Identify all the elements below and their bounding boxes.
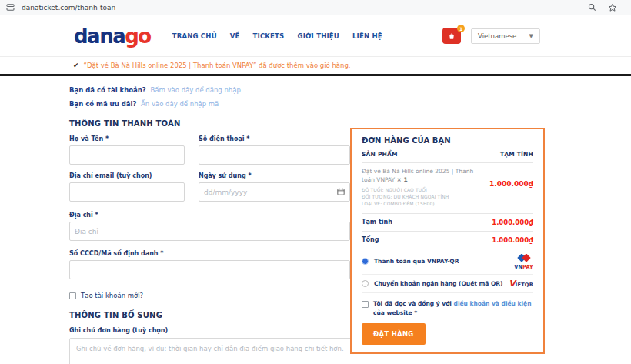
payment-option-bank[interactable]: Chuyển khoản ngân hàng (Quét mã QR) V IE… xyxy=(362,275,533,293)
check-icon: ✔ xyxy=(73,62,79,69)
url-text[interactable]: danaticket.com/thanh-toan xyxy=(22,4,115,12)
product-attr-age: ĐỘ TUỔI: NGƯỜI CAO TUỔI xyxy=(362,186,477,193)
language-select[interactable]: Vietnamese ▼ xyxy=(471,28,540,44)
vietqr-word-v: V xyxy=(509,279,516,288)
coupon-prompt: Bạn có mã ưu đãi? Ấn vào đây để nhập mã xyxy=(69,100,631,108)
phone-field-group: Số điện thoại * xyxy=(199,128,350,165)
terms-suffix: của website * xyxy=(373,309,417,316)
subtotal-label: Tạm tính xyxy=(362,219,392,225)
phone-label: Số điện thoại * xyxy=(199,135,350,142)
id-input[interactable] xyxy=(69,260,350,279)
login-prompt: Bạn đã có tài khoản? Bấm vào đây để đăng… xyxy=(69,86,631,94)
address-input[interactable] xyxy=(69,222,350,241)
create-account-label: Tạo tài khoản mới? xyxy=(81,292,143,299)
site-header: danago TRANG CHỦ VỀ TICKETS GIỚI THIỆU L… xyxy=(0,15,631,57)
login-prompt-text: Bạn đã có tài khoản? xyxy=(69,86,146,94)
bank-option-label: Chuyển khoản ngân hàng (Quét mã QR) xyxy=(374,280,503,287)
order-table-header: SẢN PHẨM TẠM TÍNH xyxy=(362,151,533,163)
terms-text: Tôi đã đọc và đồng ý với điều khoản và đ… xyxy=(373,299,533,317)
place-order-button[interactable]: ĐẶT HÀNG xyxy=(362,323,426,345)
tab-search-icon[interactable] xyxy=(6,3,15,12)
nav-item-trang-chu[interactable]: TRANG CHỦ xyxy=(172,32,217,40)
address-label: Địa chỉ * xyxy=(69,212,350,219)
zoom-icon[interactable] xyxy=(588,3,596,12)
order-panel-title: ĐƠN HÀNG CỦA BẠN xyxy=(362,136,533,145)
vietqr-logo: V IETQR xyxy=(509,279,533,288)
email-label: Địa chỉ email (tuỳ chọn) xyxy=(69,172,185,179)
calendar-icon[interactable] xyxy=(337,188,345,195)
order-summary-panel: ĐƠN HÀNG CỦA BẠN SẢN PHẨM TẠM TÍNH Đặt v… xyxy=(350,128,545,354)
terms-checkbox[interactable] xyxy=(362,301,369,308)
nav-item-gioi-thieu[interactable]: GIỚI THIỆU xyxy=(297,32,339,40)
nav-item-lien-he[interactable]: LIÊN HỆ xyxy=(352,32,382,40)
coupon-link[interactable]: Ấn vào đây để nhập mã xyxy=(141,100,219,108)
vnpay-word-pay: PAY xyxy=(522,264,533,270)
logo-part-1: dana xyxy=(74,25,125,48)
cart-count-badge: 1 xyxy=(457,25,465,32)
vnpay-mark-icon xyxy=(515,254,533,264)
cart-button[interactable]: 1 xyxy=(442,28,461,44)
create-account-checkbox[interactable] xyxy=(69,292,76,299)
product-column-header: SẢN PHẨM xyxy=(362,151,398,158)
name-label: Họ và Tên * xyxy=(69,135,185,142)
subtotal-row: Tạm tính 1.000.000₫ xyxy=(362,214,533,232)
product-quantity: × 1 xyxy=(397,176,408,183)
vnpay-logo: VNPAY xyxy=(514,254,533,270)
bank-transfer-radio[interactable] xyxy=(362,280,369,287)
product-attr-target: ĐỐI TƯỢNG: DU KHÁCH NGOẠI TỈNH xyxy=(362,193,477,200)
total-label: Tổng xyxy=(362,236,379,243)
vnpay-radio[interactable] xyxy=(362,258,369,265)
payment-option-vnpay[interactable]: Thanh toán qua VNPAY-QR VNPAY xyxy=(362,249,533,276)
vnpay-word-vn: VN xyxy=(514,264,522,270)
subtotal-column-header: TẠM TÍNH xyxy=(500,151,533,158)
chevron-down-icon: ▼ xyxy=(529,33,533,39)
checkout-main: Bạn đã có tài khoản? Bấm vào đây để đăng… xyxy=(0,76,631,364)
order-product-row: Đặt vé Bà Nà Hills online 2025 | Thanh t… xyxy=(362,163,533,214)
product-price: 1.000.000₫ xyxy=(489,168,533,208)
bookmark-star-icon[interactable] xyxy=(608,3,617,12)
total-row: Tổng 1.000.000₫ xyxy=(362,232,533,249)
total-value: 1.000.000₫ xyxy=(492,236,533,244)
phone-input[interactable] xyxy=(199,145,350,165)
notice-message: “Đặt vé Bà Nà Hills online 2025 | Thanh … xyxy=(84,62,351,69)
nav-item-tickets[interactable]: TICKETS xyxy=(253,32,285,40)
language-selected-value: Vietnamese xyxy=(478,32,516,40)
address-field-group: Địa chỉ * xyxy=(69,212,350,241)
id-label: Số CCCD/Mã số định danh * xyxy=(69,250,350,257)
id-field-group: Số CCCD/Mã số định danh * xyxy=(69,250,350,279)
terms-link[interactable]: điều khoản và điều kiện xyxy=(454,300,532,307)
billing-section-title: THÔNG TIN THANH TOÁN xyxy=(69,119,631,128)
main-nav: TRANG CHỦ VỀ TICKETS GIỚI THIỆU LIÊN HỆ xyxy=(172,32,382,40)
terms-prefix: Tôi đã đọc và đồng ý với xyxy=(373,300,452,307)
site-logo[interactable]: danago xyxy=(74,26,151,46)
cart-notice: ✔ “Đặt vé Bà Nà Hills online 2025 | Than… xyxy=(0,57,631,74)
name-input[interactable] xyxy=(69,145,185,165)
vietqr-word-rest: IETQR xyxy=(516,282,533,288)
email-field-group: Địa chỉ email (tuỳ chọn) xyxy=(69,165,185,202)
logo-part-2: go xyxy=(125,25,150,48)
product-attr-ticket: LOẠI VÉ: COMBO ĐÊM (15H00) xyxy=(362,200,477,207)
date-field-group: Ngày sử dụng * xyxy=(199,165,350,202)
login-link[interactable]: Bấm vào đây để đăng nhập xyxy=(150,86,240,94)
subtotal-value: 1.000.000₫ xyxy=(492,219,533,226)
coupon-prompt-text: Bạn có mã ưu đãi? xyxy=(69,100,136,108)
product-name: Đặt vé Bà Nà Hills online 2025 | Thanh t… xyxy=(362,168,473,183)
name-field-group: Họ và Tên * xyxy=(69,128,185,165)
browser-address-bar: danaticket.com/thanh-toan xyxy=(0,0,631,15)
usage-date-input[interactable] xyxy=(199,182,350,202)
cart-icon xyxy=(447,32,456,41)
email-input[interactable] xyxy=(69,182,185,202)
vnpay-option-label: Thanh toán qua VNPAY-QR xyxy=(374,258,459,265)
nav-item-ve[interactable]: VỀ xyxy=(230,32,240,40)
date-label: Ngày sử dụng * xyxy=(199,172,350,179)
terms-row: Tôi đã đọc và đồng ý với điều khoản và đ… xyxy=(362,299,533,317)
